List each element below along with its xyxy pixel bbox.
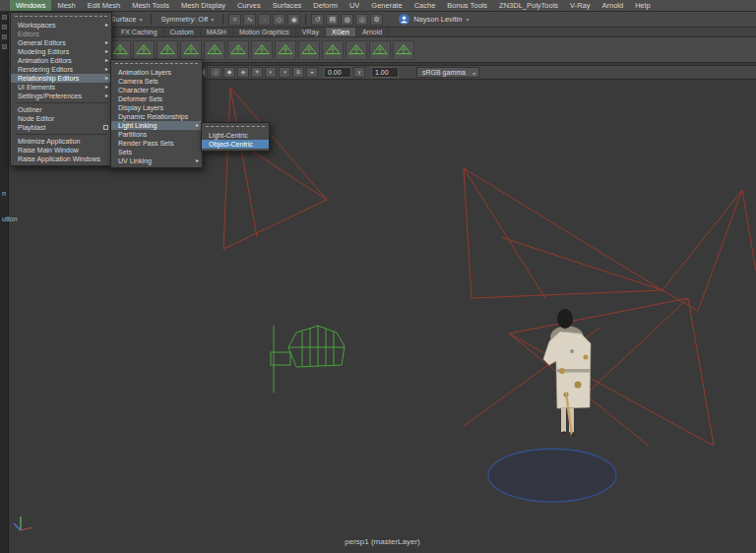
menu-item-raise-main-window[interactable]: Raise Main Window [11, 146, 111, 154]
make-live-icon[interactable]: ◉ [287, 14, 300, 26]
shelf-tab-vray[interactable]: VRay [296, 28, 326, 36]
menu-item-node-editor[interactable]: Node Editor [11, 114, 111, 123]
construction-history-icon[interactable]: ↺ [311, 14, 324, 26]
menu-item-animation-layers[interactable]: Animation Layers [111, 68, 202, 77]
ground-circle-curve[interactable] [488, 449, 616, 502]
shelf-tool-icon[interactable] [109, 40, 131, 60]
menu-item-display-layers[interactable]: Display Layers [111, 103, 202, 112]
shelf-tool-icon[interactable] [204, 40, 225, 60]
shelf-tool-icon[interactable] [133, 40, 155, 60]
character-model[interactable] [543, 309, 591, 437]
snap-to-curve-icon[interactable]: ∿ [243, 14, 256, 26]
menu-deform[interactable]: Deform [307, 0, 344, 11]
render-current-frame-icon[interactable]: ◍ [341, 14, 353, 26]
shelf-tool-icon[interactable] [180, 40, 202, 60]
motion-blur-icon[interactable]: ≋ [292, 67, 304, 78]
menu-cache[interactable]: Cache [409, 0, 442, 11]
menu-arnold[interactable]: Arnold [597, 0, 630, 11]
menu-vray[interactable]: V-Ray [564, 0, 596, 11]
shelf-tool-icon[interactable] [251, 40, 273, 60]
menu-item-relationship-editors[interactable]: Relationship Editors ▸ [11, 74, 111, 83]
shelf-tab-mash[interactable]: MASH [201, 28, 233, 36]
menu-item-label: Relationship Editors [18, 74, 99, 83]
exposure-icon[interactable]: ◒ [306, 67, 318, 78]
tear-off-handle[interactable] [115, 63, 198, 65]
snap-to-plane-icon[interactable]: ◇ [273, 14, 285, 26]
gamma-icon[interactable]: γ [353, 67, 365, 78]
shelf-tab-arnold[interactable]: Arnold [356, 28, 389, 36]
panel-toggle-icon[interactable] [2, 34, 7, 39]
lighting-icon[interactable]: ☀ [251, 67, 263, 78]
menu-item-render-pass-sets[interactable]: Render Pass Sets [111, 139, 202, 148]
menu-item-ui-elements[interactable]: UI Elements ▸ [11, 83, 111, 92]
exposure-field[interactable]: 0.00 [324, 67, 351, 78]
menu-help[interactable]: Help [629, 0, 656, 11]
ipr-render-icon[interactable]: ◎ [355, 14, 368, 26]
tear-off-handle[interactable] [15, 16, 107, 18]
menu-edit-mesh[interactable]: Edit Mesh [82, 0, 126, 11]
menu-curves[interactable]: Curves [231, 0, 267, 11]
option-box-icon[interactable] [103, 125, 108, 130]
shelf-tool-icon[interactable] [346, 40, 367, 60]
shelf-tool-icon[interactable] [393, 40, 414, 60]
menu-mesh[interactable]: Mesh [51, 0, 81, 11]
panel-toggle-icon[interactable] [2, 44, 7, 49]
shelf-tab-xgen[interactable]: XGen [326, 28, 356, 36]
menu-polytools[interactable]: ZN3DL_PolyTools [493, 0, 564, 11]
menu-item-modeling-editors[interactable]: Modeling Editors ▸ [11, 47, 111, 56]
menu-item-rendering-editors[interactable]: Rendering Editors ▸ [11, 65, 111, 74]
shelf-tool-icon[interactable] [157, 40, 178, 60]
menu-item-camera-sets[interactable]: Camera Sets [111, 77, 202, 86]
menu-item-deformer-sets[interactable]: Deformer Sets [111, 94, 202, 103]
menu-item-character-sets[interactable]: Character Sets [111, 86, 202, 94]
shelf-tool-icon[interactable] [275, 40, 296, 60]
menu-item-workspaces[interactable]: Workspaces ▸ [11, 21, 111, 30]
shelf-tool-icon[interactable] [322, 40, 344, 60]
view-transform-select[interactable]: sRGB gamma ▾ [416, 67, 479, 78]
menu-item-general-editors[interactable]: General Editors ▸ [11, 38, 111, 47]
snap-to-grid-icon[interactable]: ⌗ [228, 14, 241, 26]
open-render-view-icon[interactable]: ▤ [326, 14, 339, 26]
menu-item-settings-preferences[interactable]: Settings/Preferences ▸ [11, 92, 111, 100]
user-account-menu[interactable]: Nayson Levitin ▾ [399, 14, 469, 25]
wireframe-mode-icon[interactable]: ◇ [210, 67, 221, 78]
shelf-tab-motion-graphics[interactable]: Motion Graphics [233, 28, 296, 36]
shaded-mode-icon[interactable]: ◆ [223, 67, 235, 78]
shelf-tool-icon[interactable] [227, 40, 249, 60]
menu-mesh-display[interactable]: Mesh Display [175, 0, 231, 11]
gamma-field[interactable]: 1.00 [371, 67, 399, 78]
menu-item-minimize-application[interactable]: Minimize Application [11, 137, 111, 146]
menu-item-raise-application-windows[interactable]: Raise Application Windows [11, 154, 111, 163]
menu-item-object-centric[interactable]: Object-Centric [202, 140, 269, 149]
menu-uv[interactable]: UV [344, 0, 365, 11]
shelf-tool-icon[interactable] [369, 40, 391, 60]
panel-toggle-icon[interactable] [2, 15, 7, 20]
tear-off-handle[interactable] [206, 126, 265, 128]
menu-item-light-centric[interactable]: Light-Centric [202, 131, 269, 140]
menu-item-partitions[interactable]: Partitions [111, 130, 202, 139]
green-wireframe-object[interactable] [271, 326, 345, 393]
menu-item-playblast[interactable]: Playblast [11, 123, 111, 132]
snap-to-point-icon[interactable]: ∙ [258, 14, 271, 26]
ambient-occlusion-icon[interactable]: ◑ [279, 67, 290, 78]
left-panel-strip[interactable] [0, 0, 9, 553]
menu-item-light-linking[interactable]: Light Linking ▸ [111, 121, 202, 130]
menu-generate[interactable]: Generate [365, 0, 408, 11]
menu-bonus-tools[interactable]: Bonus Tools [441, 0, 493, 11]
render-settings-icon[interactable]: ⚙ [370, 14, 383, 26]
shelf-tab-fx-caching[interactable]: FX Caching [115, 28, 164, 36]
menu-item-dynamic-relationships[interactable]: Dynamic Relationships [111, 112, 202, 121]
menu-windows[interactable]: Windows [10, 0, 51, 11]
shelf-tab-custom[interactable]: Custom [164, 28, 201, 36]
menu-item-uv-linking[interactable]: UV Linking ▸ [111, 156, 202, 165]
menu-mesh-tools[interactable]: Mesh Tools [126, 0, 175, 11]
menu-item-sets[interactable]: Sets [111, 148, 202, 156]
panel-toggle-icon[interactable] [2, 25, 7, 30]
menu-item-outliner[interactable]: Outliner [11, 105, 111, 114]
textured-mode-icon[interactable]: ◈ [237, 67, 249, 78]
symmetry-dropdown[interactable]: Symmetry: Off ▾ [157, 15, 218, 24]
menu-surfaces[interactable]: Surfaces [267, 0, 308, 11]
shadows-icon[interactable]: ◐ [265, 67, 277, 78]
shelf-tool-icon[interactable] [298, 40, 320, 60]
menu-item-animation-editors[interactable]: Animation Editors ▸ [11, 56, 111, 65]
